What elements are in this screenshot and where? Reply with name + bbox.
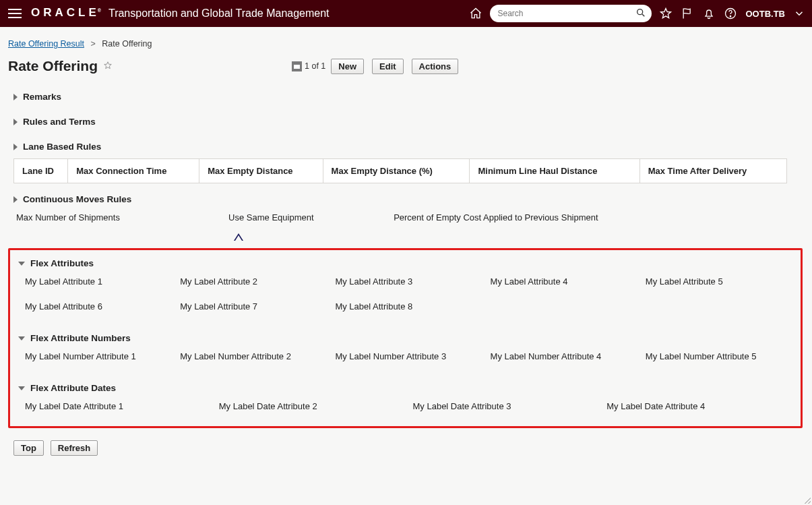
page-title: Rate Offering	[8, 58, 98, 74]
col-lane-id: Lane ID	[14, 159, 68, 183]
edit-button[interactable]: Edit	[372, 59, 404, 74]
flex-num-cell: My Label Number Attribute 4	[491, 347, 643, 372]
search-input[interactable]	[498, 9, 635, 18]
field-same-equipment: Use Same Equipment	[228, 208, 394, 233]
flex-attr-cell: My Label Attribute 4	[491, 272, 643, 297]
col-max-empty-pct: Max Empty Distance (%)	[323, 159, 470, 183]
caret-right-icon	[13, 144, 18, 150]
caret-right-icon	[13, 94, 18, 100]
flex-num-cell: My Label Number Attribute 5	[646, 347, 798, 372]
section-flex-attributes[interactable]: Flex Attributes	[18, 254, 798, 272]
col-max-empty-distance: Max Empty Distance	[199, 159, 323, 183]
flex-attr-cell: My Label Attribute 2	[180, 272, 332, 297]
svg-point-0	[637, 9, 642, 14]
search-input-wrap[interactable]	[490, 5, 652, 22]
flex-num-cell: My Label Number Attribute 3	[335, 347, 487, 372]
menu-icon[interactable]	[8, 7, 22, 20]
flex-attr-cell: My Label Attribute 1	[25, 272, 177, 297]
section-flex-dates[interactable]: Flex Attribute Dates	[18, 379, 798, 397]
caret-right-icon	[13, 119, 18, 125]
svg-marker-2	[660, 9, 670, 18]
col-max-connection: Max Connection Time	[68, 159, 199, 183]
breadcrumb-current: Rate Offering	[102, 39, 152, 49]
caret-right-icon	[13, 196, 18, 203]
suite-title: Transportation and Global Trade Manageme…	[108, 7, 330, 20]
resize-handle-icon	[803, 496, 811, 504]
record-counter: 1 of 1	[292, 61, 325, 71]
brand-logo: ORACLE®	[31, 6, 103, 21]
flex-date-cell: My Label Date Attribute 3	[413, 397, 604, 414]
refresh-button[interactable]: Refresh	[51, 440, 98, 456]
breadcrumb: Rate Offering Result > Rate Offering	[8, 39, 803, 49]
title-row: Rate Offering 1 of 1 New Edit Actions	[8, 58, 803, 74]
actions-button[interactable]: Actions	[412, 59, 459, 74]
section-remarks[interactable]: Remarks	[13, 88, 803, 106]
top-button[interactable]: Top	[13, 440, 44, 456]
flex-attr-cell: My Label Attribute 3	[335, 272, 487, 297]
search-icon[interactable]	[635, 7, 646, 20]
flex-attr-cell: My Label Attribute 6	[25, 297, 177, 322]
section-lane-based-rules[interactable]: Lane Based Rules	[13, 138, 803, 156]
favorite-icon[interactable]	[103, 61, 113, 72]
field-max-shipments: Max Number of Shipments	[16, 208, 228, 241]
home-icon[interactable]	[468, 6, 483, 21]
chevron-down-icon[interactable]	[792, 6, 807, 21]
col-max-time-after: Max Time After Delivery	[639, 159, 786, 183]
lane-rules-table: Lane ID Max Connection Time Max Empty Di…	[13, 158, 787, 183]
triangle-icon	[234, 233, 243, 241]
col-min-line-haul: Minimum Line Haul Distance	[470, 159, 639, 183]
star-icon[interactable]	[658, 6, 673, 21]
flex-date-cell: My Label Date Attribute 1	[25, 397, 216, 414]
list-icon	[292, 61, 302, 71]
flex-date-cell: My Label Date Attribute 4	[606, 397, 798, 414]
app-header: ORACLE® Transportation and Global Trade …	[0, 0, 812, 27]
caret-down-icon	[18, 262, 25, 266]
help-icon[interactable]	[723, 6, 738, 21]
flex-attr-cell: My Label Attribute 7	[180, 297, 332, 322]
bell-icon[interactable]	[701, 6, 716, 21]
caret-down-icon	[18, 386, 25, 390]
flex-date-cell: My Label Date Attribute 2	[219, 397, 410, 414]
flex-num-cell: My Label Number Attribute 2	[180, 347, 332, 372]
section-rules-and-terms[interactable]: Rules and Terms	[13, 113, 803, 131]
field-empty-cost-pct: Percent of Empty Cost Applied to Previou…	[394, 208, 747, 241]
flex-num-cell: My Label Number Attribute 1	[25, 347, 177, 372]
flex-attr-cell: My Label Attribute 5	[646, 272, 798, 297]
user-menu[interactable]: OOTB.TB	[746, 9, 786, 19]
breadcrumb-link[interactable]: Rate Offering Result	[8, 39, 84, 49]
svg-point-4	[730, 16, 730, 17]
svg-marker-5	[104, 61, 112, 68]
section-continuous-moves[interactable]: Continuous Moves Rules	[13, 190, 803, 208]
flex-attr-cell: My Label Attribute 8	[335, 297, 487, 322]
flex-attributes-highlight: Flex Attributes My Label Attribute 1 My …	[8, 248, 803, 428]
page-body: Rate Offering Result > Rate Offering Rat…	[0, 27, 812, 505]
flag-icon[interactable]	[680, 6, 695, 21]
new-button[interactable]: New	[331, 59, 364, 74]
section-flex-numbers[interactable]: Flex Attribute Numbers	[18, 329, 798, 347]
svg-line-1	[642, 14, 644, 16]
caret-down-icon	[18, 336, 25, 340]
